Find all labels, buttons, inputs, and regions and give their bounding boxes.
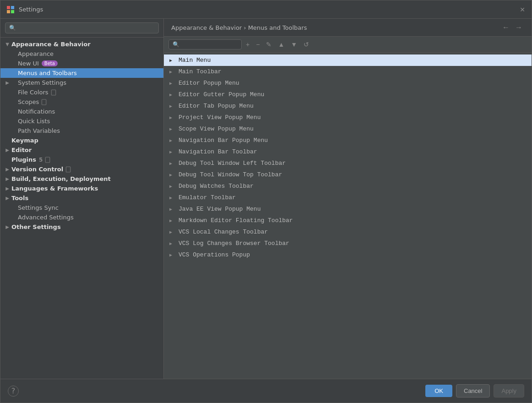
remove-button[interactable]: − <box>254 40 262 49</box>
chevron-right-icon: ▶ <box>4 147 11 152</box>
list-item[interactable]: ▶Java EE View Popup Menu <box>164 203 532 215</box>
chevron-right-icon: ▶ <box>169 218 177 223</box>
nav-forward-button[interactable]: → <box>513 23 524 32</box>
chevron-right-icon: ▶ <box>4 167 11 172</box>
beta-badge: Beta <box>42 60 58 66</box>
panel-toolbar: + − ✎ ▲ ▼ ↺ <box>164 37 532 53</box>
list-item[interactable]: ▶Debug Tool Window Top Toolbar <box>164 169 532 180</box>
list-item[interactable]: ▶VCS Log Changes Browser Toolbar <box>164 238 532 249</box>
sidebar-item-version-control[interactable]: ▶ Version Control <box>0 164 163 174</box>
move-up-button[interactable]: ▲ <box>276 40 287 49</box>
plugins-count-badge: 5 <box>39 157 43 163</box>
svg-rect-0 <box>7 6 10 9</box>
chevron-right-icon: ▶ <box>169 103 177 109</box>
sidebar-item-notifications[interactable]: Notifications <box>0 107 163 116</box>
panel-search-input[interactable] <box>168 39 242 49</box>
svg-rect-4 <box>51 90 55 95</box>
list-item[interactable]: ▶Editor Tab Popup Menu <box>164 100 532 112</box>
footer: ? OK Cancel Apply <box>0 379 532 403</box>
scope-icon <box>41 99 47 105</box>
list-item[interactable]: ▶Main Toolbar <box>164 66 532 77</box>
svg-rect-7 <box>66 167 71 172</box>
chevron-right-icon: ▶ <box>169 207 177 212</box>
window-title: Settings <box>19 6 519 13</box>
sidebar-item-path-variables[interactable]: Path Variables <box>0 126 163 136</box>
list-item[interactable]: ▶Debug Watches Toolbar <box>164 180 532 192</box>
list-item[interactable]: ▶Emulator Toolbar <box>164 192 532 203</box>
sidebar-item-menus-toolbars[interactable]: Menus and Toolbars <box>0 68 163 78</box>
sidebar-item-other-settings[interactable]: ▶ Other Settings <box>0 222 163 232</box>
chevron-right-icon: ▶ <box>169 138 177 143</box>
sidebar-item-appearance-behavior[interactable]: ▼ Appearance & Behavior <box>0 39 163 49</box>
chevron-right-icon: ▶ <box>169 184 177 189</box>
list-item[interactable]: ▶VCS Operations Popup <box>164 249 532 261</box>
move-down-button[interactable]: ▼ <box>288 40 299 49</box>
sidebar-item-settings-sync[interactable]: Settings Sync <box>0 203 163 212</box>
list-item[interactable]: ▶Editor Popup Menu <box>164 77 532 89</box>
nav-back-button[interactable]: ← <box>500 23 511 32</box>
sidebar-item-plugins[interactable]: Plugins 5 <box>0 155 163 164</box>
sidebar-item-quick-lists[interactable]: Quick Lists <box>0 116 163 126</box>
svg-rect-1 <box>11 6 14 9</box>
chevron-right-icon: ▶ <box>169 92 177 98</box>
chevron-right-icon: ▶ <box>169 69 177 75</box>
list-item[interactable]: ▶Markdown Editor Floating Toolbar <box>164 215 532 226</box>
chevron-right-icon: ▶ <box>169 161 177 166</box>
svg-rect-5 <box>42 99 46 105</box>
chevron-right-icon: ▶ <box>169 115 177 120</box>
add-button[interactable]: + <box>244 40 252 49</box>
sidebar-item-languages-frameworks[interactable]: ▶ Languages & Frameworks <box>0 184 163 193</box>
footer-buttons: OK Cancel Apply <box>425 384 524 398</box>
bookmark-icon <box>50 89 57 96</box>
sidebar-item-editor[interactable]: ▶ Editor <box>0 145 163 155</box>
panel-header: Appearance & Behavior › Menus and Toolba… <box>164 19 532 37</box>
main-content: ▼ Appearance & Behavior Appearance New U… <box>0 19 532 379</box>
list-item[interactable]: ▶Project View Popup Menu <box>164 112 532 123</box>
chevron-right-icon: ▶ <box>169 172 177 178</box>
app-icon <box>6 5 15 14</box>
apply-button[interactable]: Apply <box>494 384 524 398</box>
panel-nav-buttons: ← → <box>500 23 524 32</box>
sidebar-item-tools[interactable]: ▶ Tools <box>0 193 163 203</box>
sidebar-item-build-execution[interactable]: ▶ Build, Execution, Deployment <box>0 174 163 184</box>
sidebar-search-input[interactable] <box>5 22 159 33</box>
chevron-right-icon: ▶ <box>169 195 177 201</box>
list-item[interactable]: ▶Navigation Bar Popup Menu <box>164 135 532 146</box>
chevron-right-icon: ▶ <box>169 126 177 132</box>
reset-button[interactable]: ↺ <box>301 40 311 49</box>
chevron-right-icon: ▶ <box>169 58 177 63</box>
list-item[interactable]: ▶Scope View Popup Menu <box>164 123 532 135</box>
list-item[interactable]: ▶Navigation Bar Toolbar <box>164 146 532 158</box>
close-button[interactable]: ✕ <box>519 6 526 13</box>
svg-rect-6 <box>46 157 50 163</box>
sidebar-search-area <box>0 19 163 38</box>
sidebar-item-scopes[interactable]: Scopes <box>0 97 163 107</box>
edit-button[interactable]: ✎ <box>264 40 274 49</box>
chevron-right-icon: ▶ <box>169 241 177 246</box>
list-item[interactable]: ▶Editor Gutter Popup Menu <box>164 89 532 100</box>
list-item[interactable]: ▶Debug Tool Window Left Toolbar <box>164 158 532 169</box>
breadcrumb: Appearance & Behavior › Menus and Toolba… <box>171 24 500 31</box>
sidebar: ▼ Appearance & Behavior Appearance New U… <box>0 19 164 379</box>
list-item[interactable]: ▶Main Menu <box>164 54 532 66</box>
chevron-right-icon: ▶ <box>169 252 177 258</box>
list-item[interactable]: ▶VCS Local Changes Toolbar <box>164 226 532 238</box>
help-button[interactable]: ? <box>8 386 19 397</box>
chevron-right-icon: ▶ <box>169 149 177 155</box>
chevron-right-icon: ▶ <box>4 80 11 85</box>
chevron-right-icon: ▶ <box>4 176 11 181</box>
settings-window: Settings ✕ ▼ Appearance & Behavior Appea… <box>0 0 532 403</box>
cancel-button[interactable]: Cancel <box>456 384 490 398</box>
sidebar-item-system-settings[interactable]: ▶ System Settings <box>0 78 163 87</box>
right-panel: Appearance & Behavior › Menus and Toolba… <box>164 19 532 379</box>
ok-button[interactable]: OK <box>425 385 452 397</box>
sidebar-item-new-ui[interactable]: New UI Beta <box>0 59 163 68</box>
chevron-right-icon: ▶ <box>169 81 177 86</box>
plugins-icon <box>44 157 51 163</box>
sidebar-item-appearance[interactable]: Appearance <box>0 49 163 59</box>
sidebar-item-keymap[interactable]: Keymap <box>0 136 163 145</box>
sidebar-item-advanced-settings[interactable]: Advanced Settings <box>0 212 163 222</box>
svg-rect-2 <box>7 10 10 13</box>
chevron-right-icon: ▶ <box>4 186 11 191</box>
sidebar-item-file-colors[interactable]: File Colors <box>0 87 163 97</box>
